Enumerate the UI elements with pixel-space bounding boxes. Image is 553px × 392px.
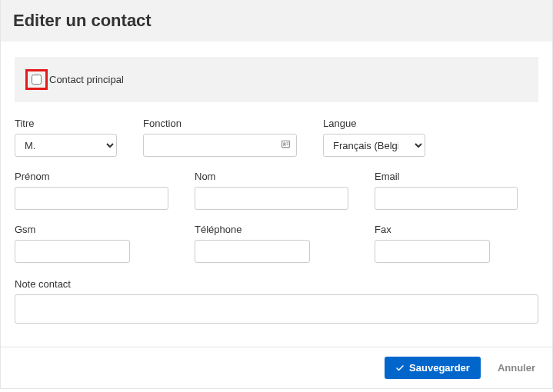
field-fax: Fax xyxy=(375,224,490,263)
field-email: Email xyxy=(375,171,518,210)
input-fonction[interactable] xyxy=(143,134,297,157)
label-email: Email xyxy=(375,171,518,182)
dialog-body: Contact principal Titre M. Fonction La xyxy=(1,42,552,347)
label-nom: Nom xyxy=(195,171,348,182)
edit-contact-dialog: Editer un contact Contact principal Titr… xyxy=(0,0,553,389)
label-fonction: Fonction xyxy=(143,118,297,129)
principal-contact-checkbox[interactable] xyxy=(32,75,42,85)
highlight-frame xyxy=(25,69,48,90)
select-langue[interactable]: Français (Belgique) xyxy=(323,134,425,157)
dialog-footer: Sauvegarder Annuler xyxy=(1,347,552,388)
save-button-label: Sauvegarder xyxy=(409,362,470,374)
textarea-note[interactable] xyxy=(15,294,538,324)
label-titre: Titre xyxy=(15,118,117,129)
label-prenom: Prénom xyxy=(15,171,168,182)
label-telephone: Téléphone xyxy=(195,224,310,235)
cancel-button-label: Annuler xyxy=(498,362,535,374)
cancel-button[interactable]: Annuler xyxy=(495,357,538,379)
field-prenom: Prénom xyxy=(15,171,168,210)
input-gsm[interactable] xyxy=(15,240,130,263)
input-prenom[interactable] xyxy=(15,187,168,210)
input-email[interactable] xyxy=(375,187,518,210)
select-titre[interactable]: M. xyxy=(15,134,117,157)
check-icon xyxy=(395,364,405,373)
label-fax: Fax xyxy=(375,224,490,235)
principal-contact-box: Contact principal xyxy=(15,57,538,102)
label-gsm: Gsm xyxy=(15,224,130,235)
input-fax[interactable] xyxy=(375,240,490,263)
save-button[interactable]: Sauvegarder xyxy=(385,357,481,379)
field-nom: Nom xyxy=(195,171,348,210)
field-gsm: Gsm xyxy=(15,224,130,263)
dialog-title: Editer un contact xyxy=(13,11,540,31)
field-note: Note contact xyxy=(15,278,538,324)
input-nom[interactable] xyxy=(195,187,348,210)
field-telephone: Téléphone xyxy=(195,224,310,263)
label-note: Note contact xyxy=(15,278,538,290)
field-titre: Titre M. xyxy=(15,118,117,157)
dialog-header: Editer un contact xyxy=(1,0,552,42)
field-langue: Langue Français (Belgique) xyxy=(323,118,425,157)
field-fonction: Fonction xyxy=(143,118,297,157)
label-langue: Langue xyxy=(323,118,425,129)
input-telephone[interactable] xyxy=(195,240,310,263)
principal-contact-label: Contact principal xyxy=(49,74,124,85)
